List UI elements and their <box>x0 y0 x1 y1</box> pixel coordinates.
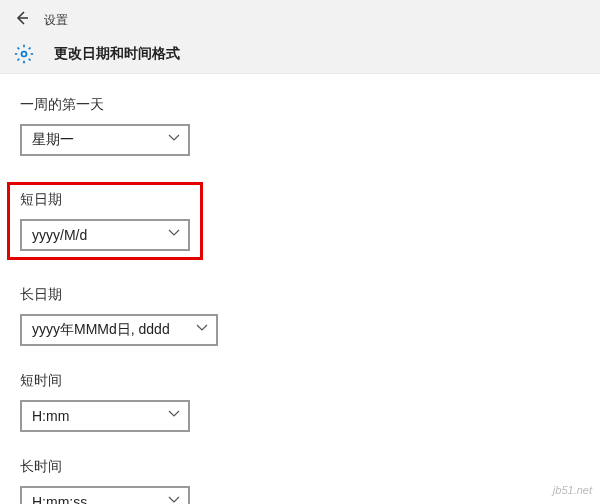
first-day-of-week-field: 一周的第一天 星期一 <box>20 96 580 156</box>
watermark: jb51.net <box>553 484 592 496</box>
long-time-field: 长时间 H:mm:ss <box>20 458 580 504</box>
chevron-down-icon <box>168 229 180 241</box>
page-title: 更改日期和时间格式 <box>54 45 180 63</box>
svg-point-1 <box>22 52 27 57</box>
highlight-box: 短日期 yyyy/M/d <box>7 182 203 260</box>
back-button[interactable] <box>0 6 44 34</box>
first-day-of-week-label: 一周的第一天 <box>20 96 580 114</box>
long-time-dropdown[interactable]: H:mm:ss <box>20 486 190 504</box>
long-time-value: H:mm:ss <box>32 494 87 504</box>
short-time-label: 短时间 <box>20 372 580 390</box>
long-time-label: 长时间 <box>20 458 580 476</box>
chevron-down-icon <box>168 496 180 504</box>
chevron-down-icon <box>168 134 180 146</box>
content-area: 一周的第一天 星期一 短日期 yyyy/M/d 长日期 yyyy年MMMd日, … <box>0 74 600 504</box>
short-time-value: H:mm <box>32 408 69 424</box>
first-day-of-week-dropdown[interactable]: 星期一 <box>20 124 190 156</box>
short-time-field: 短时间 H:mm <box>20 372 580 432</box>
header-bar: 设置 更改日期和时间格式 <box>0 0 600 74</box>
short-date-label: 短日期 <box>20 191 190 209</box>
long-date-value: yyyy年MMMd日, dddd <box>32 321 170 339</box>
chevron-down-icon <box>196 324 208 336</box>
app-title: 设置 <box>44 12 68 29</box>
long-date-dropdown[interactable]: yyyy年MMMd日, dddd <box>20 314 218 346</box>
long-date-field: 长日期 yyyy年MMMd日, dddd <box>20 286 580 346</box>
chevron-down-icon <box>168 410 180 422</box>
short-date-value: yyyy/M/d <box>32 227 87 243</box>
back-arrow-icon <box>14 10 30 30</box>
short-time-dropdown[interactable]: H:mm <box>20 400 190 432</box>
short-date-field: 短日期 yyyy/M/d <box>20 182 580 260</box>
gear-icon <box>14 44 34 64</box>
long-date-label: 长日期 <box>20 286 580 304</box>
short-date-dropdown[interactable]: yyyy/M/d <box>20 219 190 251</box>
first-day-of-week-value: 星期一 <box>32 131 74 149</box>
